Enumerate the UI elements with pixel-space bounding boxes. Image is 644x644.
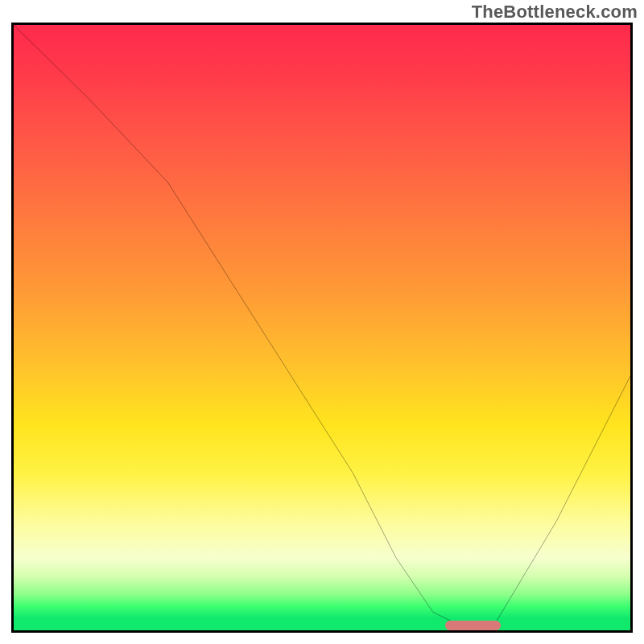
optimal-range-marker <box>445 621 501 630</box>
bottleneck-curve <box>14 25 630 630</box>
watermark-text: TheBottleneck.com <box>472 2 638 23</box>
curve-path <box>14 25 630 624</box>
plot-area <box>11 23 633 633</box>
chart-canvas: TheBottleneck.com <box>0 0 644 644</box>
